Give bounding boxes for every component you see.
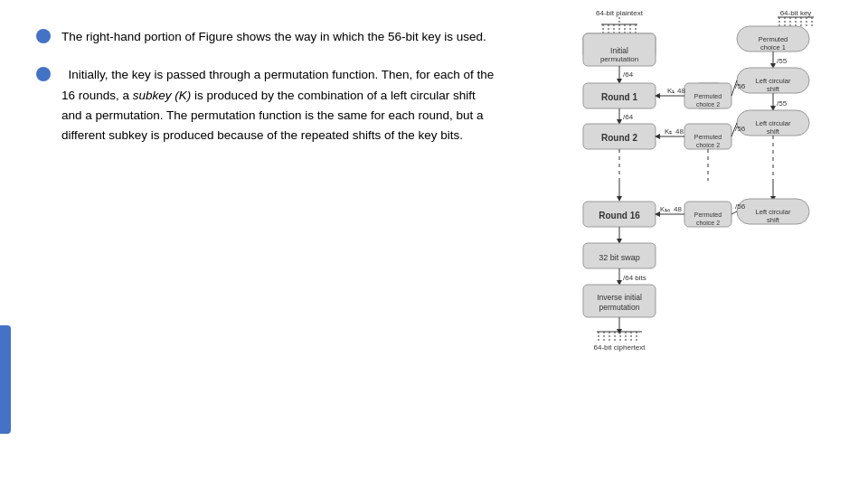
svg-text:/64 bits: /64 bits <box>623 274 646 282</box>
right-panel: 64-bit plaintext 64-bit key <box>524 0 868 488</box>
diagram-svg: 64-bit plaintext 64-bit key <box>529 5 868 488</box>
svg-text:choice 2: choice 2 <box>696 220 720 226</box>
bullet-text-1: The right-hand portion of Figure shows t… <box>61 27 486 47</box>
blue-accent-bar <box>0 325 11 434</box>
svg-text:/56: /56 <box>735 202 746 211</box>
key-label: 64-bit key <box>780 9 812 17</box>
svg-text:Left circular: Left circular <box>756 208 791 216</box>
svg-text:K₁₆: K₁₆ <box>660 205 670 213</box>
svg-text:48: 48 <box>677 87 685 95</box>
svg-text:/56: /56 <box>735 82 746 90</box>
svg-text:Left circular: Left circular <box>756 119 791 127</box>
svg-text:/56: /56 <box>735 125 746 133</box>
round16-label: Round 16 <box>599 211 640 221</box>
svg-text:shift: shift <box>767 127 780 136</box>
left-panel: The right-hand portion of Figure shows t… <box>0 0 524 488</box>
bullet-text-2: Initially, the key is passed through a p… <box>61 65 497 145</box>
svg-text:/55: /55 <box>777 99 788 108</box>
svg-text:permutation: permutation <box>600 55 638 63</box>
svg-text:K₂: K₂ <box>665 127 672 136</box>
svg-text:Left circular: Left circular <box>756 77 791 85</box>
round1-label: Round 1 <box>601 92 637 102</box>
ciphertext-label: 64-bit ciphertext <box>594 343 646 352</box>
swap-label: 32 bit swap <box>599 253 640 262</box>
des-diagram: 64-bit plaintext 64-bit key <box>529 5 863 483</box>
svg-text:permutation: permutation <box>599 303 640 312</box>
svg-text:48: 48 <box>674 205 682 213</box>
svg-text:Permuted: Permuted <box>759 35 788 43</box>
svg-text:Permuted: Permuted <box>694 211 722 218</box>
svg-text:choice 2: choice 2 <box>696 142 720 148</box>
svg-text:Initial: Initial <box>610 46 628 55</box>
round2-label: Round 2 <box>601 133 637 143</box>
svg-text:shift: shift <box>767 216 780 224</box>
bullet-item-2: Initially, the key is passed through a p… <box>36 65 497 145</box>
svg-text:/55: /55 <box>777 57 788 65</box>
bullet-item-1: The right-hand portion of Figure shows t… <box>36 27 497 47</box>
svg-text:/64: /64 <box>623 113 634 121</box>
svg-text:/64: /64 <box>623 70 634 79</box>
bullet-icon-2 <box>36 67 51 81</box>
svg-text:K₁: K₁ <box>667 87 675 95</box>
svg-text:Inverse initial: Inverse initial <box>597 293 642 302</box>
svg-text:48: 48 <box>675 127 684 136</box>
svg-text:shift: shift <box>767 85 780 93</box>
svg-text:choice 2: choice 2 <box>696 101 720 108</box>
svg-line-74 <box>731 211 737 214</box>
svg-text:Permuted: Permuted <box>694 93 722 99</box>
bullet-icon-1 <box>36 29 51 43</box>
svg-text:Permuted: Permuted <box>694 134 722 140</box>
plaintext-label: 64-bit plaintext <box>596 9 644 17</box>
svg-text:choice 1: choice 1 <box>760 43 786 52</box>
